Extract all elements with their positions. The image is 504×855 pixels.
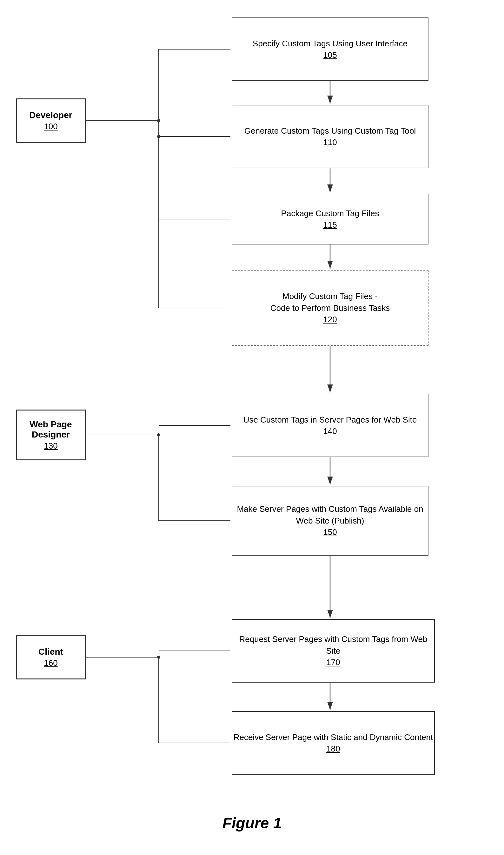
box-120-ref: 120 <box>323 314 337 325</box>
web-page-designer-ref: 130 <box>44 441 57 451</box>
box-115-text: Package Custom Tag Files <box>281 208 379 219</box>
box-120: Modify Custom Tag Files -Code to Perform… <box>232 270 429 346</box>
svg-point-20 <box>157 135 160 138</box>
box-180: Receive Server Page with Static and Dyna… <box>232 711 435 775</box>
figure-caption: Figure 1 <box>0 814 504 832</box>
box-150-ref: 150 <box>323 527 337 538</box>
web-page-designer-label: Web Page Designer <box>30 420 72 440</box>
box-180-text: Receive Server Page with Static and Dyna… <box>234 731 433 743</box>
client-label: Client <box>38 647 63 657</box>
box-105: Specify Custom Tags Using User Interface… <box>232 17 429 81</box>
figure-title: Figure 1 <box>222 815 282 832</box>
box-140-text: Use Custom Tags in Server Pages for Web … <box>244 414 417 425</box>
client-actor: Client 160 <box>16 635 86 679</box>
box-110: Generate Custom Tags Using Custom Tag To… <box>232 105 429 168</box>
box-120-text: Modify Custom Tag Files -Code to Perform… <box>270 290 390 314</box>
box-140-ref: 140 <box>323 425 337 437</box>
box-105-text: Specify Custom Tags Using User Interface <box>253 38 408 49</box>
box-115: Package Custom Tag Files 115 <box>232 194 429 245</box>
box-110-text: Generate Custom Tags Using Custom Tag To… <box>245 125 416 137</box>
svg-point-27 <box>157 656 160 659</box>
developer-actor: Developer 100 <box>16 99 86 143</box>
box-170-ref: 170 <box>326 657 340 668</box>
box-170: Request Server Pages with Custom Tags fr… <box>232 619 435 682</box>
diagram-container: Developer 100 Web Page Designer 130 Clie… <box>0 0 504 841</box>
developer-ref: 100 <box>44 122 57 131</box>
box-115-ref: 115 <box>323 219 337 231</box>
developer-label: Developer <box>29 110 72 120</box>
box-150: Make Server Pages with Custom Tags Avail… <box>232 486 429 556</box>
box-105-ref: 105 <box>323 49 337 61</box>
svg-point-19 <box>157 119 160 122</box>
box-150-text: Make Server Pages with Custom Tags Avail… <box>232 503 428 527</box>
box-140: Use Custom Tags in Server Pages for Web … <box>232 394 429 457</box>
client-ref: 160 <box>44 658 57 668</box>
box-180-ref: 180 <box>326 743 340 754</box>
box-170-text: Request Server Pages with Custom Tags fr… <box>232 634 434 657</box>
web-page-designer-actor: Web Page Designer 130 <box>16 410 86 460</box>
svg-point-22 <box>157 433 160 437</box>
box-110-ref: 110 <box>323 137 337 148</box>
